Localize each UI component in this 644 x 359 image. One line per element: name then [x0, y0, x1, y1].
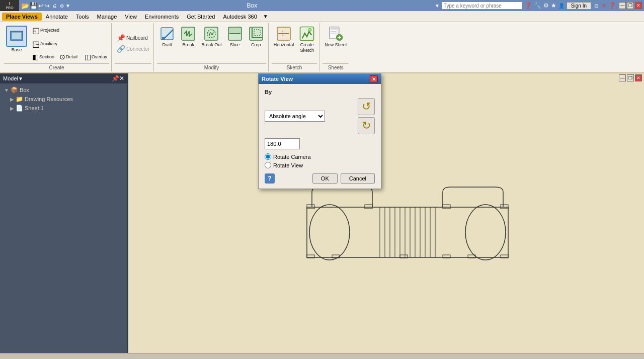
overlay-label: Overlay: [92, 54, 107, 60]
undo-icon[interactable]: ↩: [38, 2, 44, 10]
slice-label: Slice: [230, 42, 240, 48]
connector-label: Connector: [126, 46, 149, 52]
radio-rotate-view-input[interactable]: [265, 162, 271, 168]
ribbon: Base ◱ Projected ◳ Auxiliary ◧: [0, 22, 644, 73]
menu-tools[interactable]: Tools: [72, 13, 93, 21]
menu-manage[interactable]: Manage: [93, 13, 121, 21]
radio-group: Rotate Camera Rotate View: [265, 153, 375, 168]
dropdown-row: Absolute angle Relative angle ↺ ↻: [265, 98, 375, 134]
sidebar-close-icon[interactable]: ✕: [119, 75, 124, 82]
create-sketch-icon: [299, 26, 315, 42]
titlebar: I PRO 📂 💾 ↩ ↪ 🖨 ⊕ ▼ Box ▼ ❓ 🔧 ⚙ ★ 👤 Sign…: [0, 0, 644, 11]
cancel-button[interactable]: Cancel: [341, 173, 375, 184]
svg-rect-24: [331, 30, 338, 30]
create-sketch-button[interactable]: CreateSketch: [297, 24, 317, 55]
sidebar-item-box[interactable]: ▼ 📦 Box: [2, 85, 125, 95]
minimize-button[interactable]: —: [619, 2, 626, 9]
sheet1-label: Sheet:1: [25, 105, 44, 111]
break-icon: [180, 26, 196, 42]
box-label: Box: [20, 87, 29, 93]
wrench-icon[interactable]: 🔧: [534, 2, 541, 9]
modify-group-label: Modify: [157, 63, 266, 70]
radio-rotate-view-label: Rotate View: [273, 162, 303, 168]
canvas-restore-button[interactable]: ❐: [627, 74, 634, 81]
sidebar-pin-icon[interactable]: 📌: [112, 75, 119, 82]
menu-environments[interactable]: Environments: [141, 13, 183, 21]
menu-bar: Place Views Annotate Tools Manage View E…: [0, 11, 644, 22]
menu-annotate[interactable]: Annotate: [42, 13, 72, 21]
draft-icon: [159, 26, 175, 42]
open-icon[interactable]: 📂: [21, 2, 29, 10]
close-button[interactable]: ✕: [635, 2, 642, 9]
radio-rotate-camera-input[interactable]: [265, 153, 271, 160]
sidebar-dropdown-icon[interactable]: ▼: [18, 76, 23, 81]
base-label: Base: [12, 47, 22, 53]
svg-rect-48: [501, 205, 508, 209]
settings-icon[interactable]: ⚙: [543, 2, 549, 9]
slice-button[interactable]: Slice: [225, 24, 245, 49]
break-out-button[interactable]: Break Out: [199, 24, 224, 49]
crop-label: Crop: [251, 42, 261, 48]
print-icon[interactable]: 🖨: [50, 3, 58, 9]
angle-type-dropdown[interactable]: Absolute angle Relative angle: [265, 111, 325, 122]
svg-rect-23: [331, 28, 338, 29]
angle-input[interactable]: [265, 138, 300, 149]
dialog-close-button[interactable]: ✕: [370, 75, 378, 82]
radio-rotate-view[interactable]: Rotate View: [265, 162, 375, 168]
menu-place-views[interactable]: Place Views: [2, 13, 42, 21]
search-input[interactable]: [442, 2, 522, 10]
rotate-cw-button[interactable]: ↻: [358, 117, 375, 134]
menu-more-icon[interactable]: ▼: [261, 14, 270, 19]
help-icon[interactable]: ❓: [608, 2, 616, 9]
expand-icon[interactable]: ⊟: [593, 3, 599, 9]
auxiliary-button[interactable]: ◳ Auxiliary: [30, 38, 109, 50]
close-search-icon[interactable]: ✕: [601, 2, 606, 9]
save-icon[interactable]: 💾: [30, 2, 38, 10]
sidebar-item-sheet1[interactable]: ▶ 📄 Sheet:1: [2, 104, 125, 113]
star-icon[interactable]: ★: [551, 2, 556, 9]
rotate-buttons: ↺ ↻: [358, 98, 375, 134]
new-sheet-button[interactable]: New Sheet: [323, 24, 349, 49]
search-help-icon[interactable]: ❓: [524, 2, 532, 9]
radio-rotate-camera[interactable]: Rotate Camera: [265, 153, 375, 160]
dropdown-arrow-icon[interactable]: ▼: [65, 3, 70, 9]
canvas-close-button[interactable]: ✕: [635, 74, 642, 81]
expand-icon-drawing-resources: ▶: [10, 97, 14, 102]
menu-autodesk360[interactable]: Autodesk 360: [219, 13, 261, 21]
section-label: Section: [39, 54, 54, 60]
sidebar-item-drawing-resources[interactable]: ▶ 📁 Drawing Resources: [2, 95, 125, 104]
section-button[interactable]: ◧ Section: [30, 51, 56, 62]
search-area: ▼ ❓ 🔧 ⚙ ★ 👤 Sign In ⊟ ✕ ❓: [432, 2, 619, 10]
crop-button[interactable]: Crop: [246, 24, 266, 49]
overlay-button[interactable]: ◫ Overlay: [83, 51, 109, 62]
svg-rect-25: [331, 31, 337, 32]
break-button[interactable]: Break: [178, 24, 198, 49]
menu-view[interactable]: View: [121, 13, 141, 21]
maximize-button[interactable]: ❐: [627, 2, 634, 9]
detail-button[interactable]: ⊙ Detail: [57, 51, 82, 62]
sidebar-tree: ▼ 📦 Box ▶ 📁 Drawing Resources ▶ 📄 Sheet:…: [0, 83, 127, 115]
draft-button[interactable]: Draft: [157, 24, 177, 49]
app-logo-text: I: [9, 2, 11, 6]
connector-button[interactable]: 🔗 Connector: [115, 44, 151, 54]
person-icon[interactable]: 👤: [558, 3, 565, 9]
dialog-help-button[interactable]: ?: [265, 173, 275, 184]
svg-rect-47: [443, 205, 450, 209]
base-button[interactable]: Base: [4, 24, 29, 54]
redo-icon[interactable]: ↪: [44, 2, 50, 10]
nailboard-icon: 📌: [117, 34, 125, 42]
horizontal-button[interactable]: Horizontal: [272, 24, 296, 49]
svg-rect-1: [12, 32, 22, 39]
ok-button[interactable]: OK: [312, 173, 338, 184]
ribbon-group-nailboard: 📌 Nailboard 🔗 Connector: [113, 23, 154, 71]
search-tools-icon[interactable]: ⊕: [59, 3, 65, 9]
nailboard-button[interactable]: 📌 Nailboard: [115, 33, 150, 43]
rotate-ccw-button[interactable]: ↺: [358, 98, 375, 115]
projected-button[interactable]: ◱ Projected: [30, 24, 109, 37]
search-dropdown-icon[interactable]: ▼: [435, 3, 440, 9]
connector-icon: 🔗: [117, 45, 125, 53]
sign-in-button[interactable]: Sign In: [567, 2, 591, 10]
menu-get-started[interactable]: Get Started: [183, 13, 219, 21]
detail-label: Detail: [66, 54, 77, 60]
canvas-minimize-button[interactable]: —: [619, 74, 626, 81]
